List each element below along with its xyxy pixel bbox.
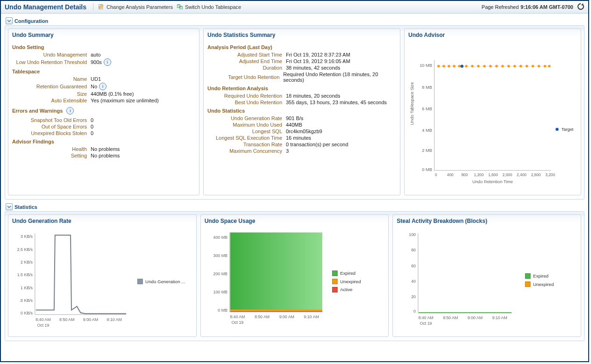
- svg-rect-70: [230, 309, 322, 311]
- svg-text:3,200: 3,200: [545, 172, 555, 177]
- svg-text:100: 100: [409, 232, 416, 237]
- svg-text:8:50 AM: 8:50 AM: [443, 315, 458, 320]
- longest-sql-link[interactable]: 0rc4km05kgzb9: [286, 128, 322, 134]
- target-ret-value: Required Undo Retention (18 minutes, 20 …: [283, 71, 396, 83]
- svg-text:1,200: 1,200: [474, 172, 484, 177]
- svg-text:9:00 AM: 9:00 AM: [83, 317, 98, 322]
- info-icon[interactable]: i: [99, 83, 107, 90]
- undo-advisor-chart[interactable]: Undo Tablespace Size 10 MB 8 MB 6 MB 4 M…: [408, 42, 577, 191]
- svg-text:10 MB: 10 MB: [420, 63, 432, 68]
- undo-generation-rate-card: Undo Generation Rate 3 KB/s 2.5 KB/s 2 K…: [8, 214, 197, 337]
- tx-rate-label: Transaction Rate: [207, 142, 286, 147]
- svg-point-34: [461, 64, 463, 67]
- svg-text:Undo Generation ...: Undo Generation ...: [145, 279, 185, 284]
- undo-summary-title: Undo Summary: [12, 31, 195, 42]
- undo-space-usage-title: Undo Space Usage: [205, 217, 385, 228]
- ts-name-label: Name: [12, 76, 91, 82]
- svg-text:6 MB: 6 MB: [422, 107, 432, 111]
- target-ret-label: Target Undo Retention: [207, 74, 283, 80]
- undo-summary-card: Undo Summary Undo Setting Undo Managemen…: [8, 29, 199, 195]
- svg-point-25: [501, 65, 504, 68]
- svg-point-29: [526, 65, 528, 68]
- svg-text:0: 0: [435, 172, 437, 177]
- auto-extensible-value: Yes (maximum size unlimited): [91, 98, 159, 103]
- svg-text:9:10 AM: 9:10 AM: [304, 314, 319, 319]
- configuration-collapse-toggle[interactable]: [6, 17, 13, 24]
- tx-rate-value: 0 transaction(s) per second: [286, 142, 348, 147]
- low-undo-retention-label: Low Undo Retention Threshold: [12, 59, 91, 65]
- errors-warnings-label: Errors and Warnings: [12, 108, 63, 114]
- retention-guaranteed-label: Retention Guaranteed: [12, 84, 91, 89]
- svg-point-35: [555, 128, 558, 131]
- adj-start-label: Adjusted Start Time: [207, 52, 286, 57]
- svg-text:100 MB: 100 MB: [213, 290, 227, 294]
- switch-undo-tablespace-button[interactable]: Switch Undo Tablespace: [175, 2, 243, 12]
- undo-generation-rate-chart[interactable]: 3 KB/s 2.5 KB/s 2 KB/s 1.5 KB/s 1 KB/s .…: [12, 228, 192, 333]
- svg-text:2,000: 2,000: [503, 172, 513, 177]
- svg-text:800: 800: [461, 172, 468, 177]
- undo-generation-rate-title: Undo Generation Rate: [12, 217, 192, 228]
- configuration-section-header: Configuration: [6, 17, 584, 24]
- svg-text:0 MB: 0 MB: [422, 167, 432, 172]
- svg-text:2,400: 2,400: [517, 172, 527, 177]
- auto-extensible-label: Auto Extensible: [12, 98, 91, 103]
- svg-text:Expired: Expired: [533, 273, 548, 278]
- undo-management-value: auto: [91, 52, 100, 57]
- configuration-section-body: Undo Summary Undo Setting Undo Managemen…: [5, 25, 584, 200]
- undo-space-usage-card: Undo Space Usage 400 MB 300 MB 200 MB 10…: [200, 214, 389, 337]
- svg-text:9:10 AM: 9:10 AM: [492, 315, 507, 320]
- info-icon[interactable]: i: [66, 107, 74, 114]
- undo-advisor-card: Undo Advisor Undo Tablespace Size 10 MB …: [404, 29, 581, 195]
- size-label: Size: [12, 91, 91, 97]
- low-undo-retention-link[interactable]: 900s: [91, 59, 102, 65]
- svg-point-19: [465, 65, 468, 68]
- svg-rect-92: [526, 273, 531, 278]
- svg-text:Oct 19: Oct 19: [231, 320, 243, 325]
- svg-text:2,800: 2,800: [531, 172, 541, 177]
- svg-text:2 KB/s: 2 KB/s: [21, 260, 33, 264]
- gen-rate-value: 901 B/s: [286, 115, 303, 121]
- separator: [93, 3, 93, 11]
- unexpired-stolen-label: Unexpired Blocks Stolen: [12, 130, 91, 136]
- statistics-section-header: Statistics: [6, 203, 584, 210]
- svg-rect-76: [332, 287, 337, 293]
- retention-analysis-head: Undo Retention Analysis: [207, 86, 396, 91]
- svg-text:0 KB/s: 0 KB/s: [21, 311, 33, 315]
- svg-text:Unexpired: Unexpired: [533, 282, 554, 287]
- svg-point-31: [538, 65, 541, 68]
- switch-undo-tablespace-label: Switch Undo Tablespace: [185, 4, 241, 10]
- svg-text:200 MB: 200 MB: [213, 271, 227, 276]
- max-used-label: Maximum Undo Used: [207, 122, 286, 128]
- statistics-collapse-toggle[interactable]: [6, 203, 13, 210]
- duration-value: 38 minutes, 42 seconds: [286, 65, 340, 71]
- info-icon[interactable]: i: [104, 58, 111, 66]
- health-value: No problems: [91, 146, 120, 152]
- svg-text:2.5 KB/s: 2.5 KB/s: [17, 247, 33, 252]
- svg-point-15: [442, 65, 445, 68]
- undo-space-usage-chart[interactable]: 400 MB 300 MB 200 MB 100 MB 0 MB Expired: [205, 228, 385, 333]
- change-analysis-parameters-button[interactable]: Change Analysis Parameters: [96, 2, 175, 12]
- undo-advisor-title: Undo Advisor: [408, 31, 577, 42]
- svg-text:400: 400: [447, 172, 454, 177]
- svg-text:80: 80: [412, 248, 416, 252]
- svg-point-30: [532, 65, 534, 68]
- svg-text:8:40 AM: 8:40 AM: [230, 314, 245, 319]
- svg-text:0: 0: [413, 309, 416, 314]
- undo-setting-head: Undo Setting: [12, 44, 195, 50]
- best-ret-value: 355 days, 13 hours, 23 minutes, 45 secon…: [286, 100, 387, 105]
- svg-point-26: [507, 65, 510, 68]
- svg-text:60: 60: [412, 264, 416, 268]
- svg-text:Unexpired: Unexpired: [340, 279, 361, 284]
- steal-activity-chart[interactable]: 100 80 60 40 20 0 Expired Unexpired: [397, 228, 577, 333]
- best-ret-label: Best Undo Retention: [207, 100, 286, 105]
- steal-activity-card: Steal Activity Breakdown (Blocks) 100 80…: [392, 214, 581, 337]
- svg-point-33: [548, 65, 551, 68]
- svg-text:8:50 AM: 8:50 AM: [59, 317, 74, 322]
- svg-point-24: [495, 65, 498, 68]
- svg-text:400 MB: 400 MB: [213, 235, 227, 240]
- page-header: Undo Management Details Change Analysis …: [1, 1, 588, 14]
- retention-guaranteed-value: No: [91, 84, 97, 89]
- svg-text:20: 20: [412, 294, 416, 299]
- refresh-button[interactable]: [577, 3, 584, 11]
- ts-name-link[interactable]: UD1: [91, 76, 101, 82]
